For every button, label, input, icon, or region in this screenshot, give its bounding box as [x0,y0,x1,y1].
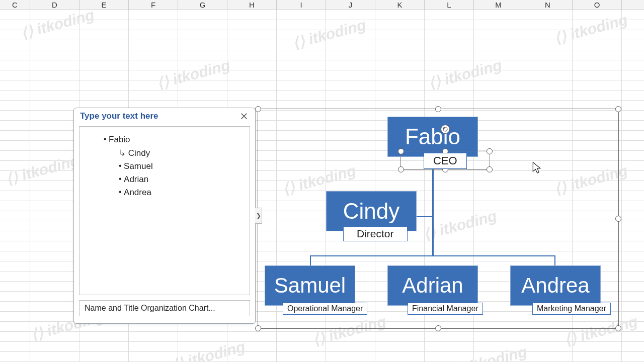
org-title-ceo-text: CEO [433,154,457,167]
org-node-director[interactable]: Cindy [326,191,417,231]
smartart-text-pane[interactable]: Type your text here FabioCindySamuelAdri… [73,108,256,324]
mouse-cursor-icon [532,162,541,174]
connector-to-mgr3 [554,255,555,266]
text-pane-footer-label: Name and Title Organization Chart... [85,304,215,312]
resize-handle-tl[interactable] [255,106,261,112]
column-header-J[interactable]: J [326,0,375,10]
connector-to-director [416,216,433,217]
resize-handle-bm[interactable] [435,325,441,331]
column-header-C[interactable]: C [0,0,30,10]
column-header-N[interactable]: N [523,0,573,10]
org-title-mgr1-text: Operational Manager [287,304,363,313]
sel-handle[interactable] [398,148,404,154]
org-node-mgr1[interactable]: Samuel [265,265,355,306]
org-node-mgr2[interactable]: Adrian [387,265,478,306]
text-pane-expand-handle[interactable]: ❯ [255,208,262,224]
column-header-K[interactable]: K [375,0,425,10]
connector-vertical-main [432,167,434,256]
column-header-O[interactable]: O [573,0,622,10]
org-title-mgr2-text: Financial Manager [412,304,478,313]
rotate-handle[interactable] [441,125,450,134]
org-title-mgr3[interactable]: Marketing Manager [532,303,611,315]
resize-handle-br[interactable] [615,325,621,331]
column-header-M[interactable]: M [474,0,523,10]
text-pane-item[interactable]: Samuel [119,161,240,171]
sel-handle[interactable] [487,148,493,154]
org-node-mgr3-name: Andrea [521,274,589,298]
column-header-P[interactable]: P [622,0,644,10]
org-node-mgr3[interactable]: Andrea [510,265,601,306]
org-node-mgr2-name: Adrian [402,274,463,298]
column-headers: CDEFGHIJKLMNOP [0,0,644,10]
resize-handle-mr[interactable] [615,216,621,222]
org-title-mgr2[interactable]: Financial Manager [408,303,483,315]
sel-handle[interactable] [487,166,493,172]
column-header-E[interactable]: E [79,0,129,10]
column-header-I[interactable]: I [277,0,326,10]
column-header-G[interactable]: G [178,0,227,10]
sel-handle[interactable] [398,166,404,172]
chevron-right-icon: ❯ [256,212,261,219]
resize-handle-tr[interactable] [615,106,621,112]
resize-handle-tm[interactable] [435,106,441,112]
org-title-director-text: Director [357,228,394,239]
org-title-director[interactable]: Director [343,226,408,241]
org-title-mgr3-text: Marketing Manager [537,304,606,313]
column-header-F[interactable]: F [129,0,178,10]
org-title-ceo[interactable]: CEO [424,153,467,169]
column-header-H[interactable]: H [227,0,277,10]
resize-handle-bl[interactable] [255,325,261,331]
text-pane-footer[interactable]: Name and Title Organization Chart... [79,300,250,316]
org-title-mgr1[interactable]: Operational Manager [283,303,367,315]
column-header-L[interactable]: L [425,0,474,10]
text-pane-item[interactable]: Fabio [104,135,240,145]
close-icon[interactable] [239,111,249,121]
org-node-mgr1-name: Samuel [274,274,346,298]
connector-to-mgr1 [310,255,311,266]
org-node-ceo-name: Fabio [405,124,460,149]
text-pane-item[interactable]: Cindy [119,148,240,158]
connector-horizontal [310,255,555,256]
org-node-director-name: Cindy [343,199,400,224]
text-pane-item[interactable]: Adrian [119,174,240,185]
text-pane-title: Type your text here [80,111,158,121]
text-pane-list[interactable]: FabioCindySamuelAdrianAndrea [79,126,250,295]
text-pane-item[interactable]: Andrea [119,188,240,198]
column-header-D[interactable]: D [30,0,79,10]
